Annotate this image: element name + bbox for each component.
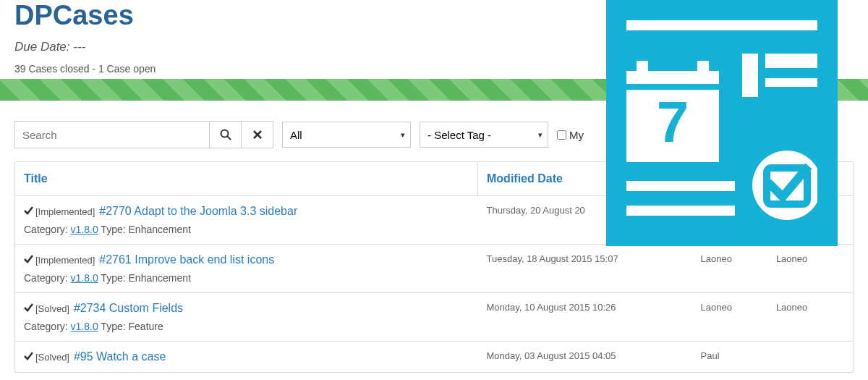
cell-responsible-2: Laoneo — [767, 245, 854, 293]
version-link[interactable]: v1.8.0 — [71, 321, 98, 332]
check-icon — [24, 206, 33, 217]
cell-title: [Solved] #95 Watch a case — [15, 342, 478, 373]
case-link[interactable]: #2734 Custom Fields — [74, 302, 183, 314]
check-icon — [24, 254, 33, 266]
version-link[interactable]: v1.8.0 — [71, 272, 98, 284]
case-meta: Category: v1.8.0 Type: Enhancement — [24, 224, 469, 235]
cell-responsible-1: Laoneo — [692, 245, 767, 293]
check-icon — [24, 351, 33, 363]
logo-overlay: 7 — [606, 0, 838, 246]
search-group — [14, 121, 273, 148]
cell-title: [Implemented] #2770 Adapt to the Joomla … — [15, 196, 478, 245]
case-link[interactable]: #2770 Adapt to the Joomla 3.3 sidebar — [99, 205, 297, 217]
tag-filter[interactable]: - Select Tag - — [420, 122, 548, 148]
svg-rect-11 — [765, 54, 817, 68]
cell-responsible-1: Paul — [692, 342, 767, 373]
table-row: [Solved] #95 Watch a caseMonday, 03 Augu… — [15, 342, 854, 373]
cell-responsible-2 — [767, 342, 854, 373]
cell-responsible-2: Laoneo — [767, 293, 854, 342]
svg-rect-7 — [626, 71, 719, 84]
svg-rect-4 — [626, 20, 817, 30]
case-meta: Category: v1.8.0 Type: Feature — [24, 321, 469, 332]
tag-filter-wrap: - Select Tag - — [420, 122, 548, 148]
svg-rect-13 — [626, 181, 735, 191]
svg-line-1 — [227, 137, 231, 140]
table-row: [Solved] #2734 Custom FieldsCategory: v1… — [15, 293, 854, 342]
my-filter[interactable]: My — [557, 129, 584, 141]
clear-search-button[interactable] — [241, 122, 273, 148]
cell-title: [Solved] #2734 Custom FieldsCategory: v1… — [15, 293, 478, 342]
status-filter-wrap: All — [282, 122, 411, 148]
status-tag: [Solved] — [35, 303, 69, 314]
cell-date: Tuesday, 18 August 2015 15:07 — [478, 245, 692, 293]
svg-point-0 — [221, 130, 228, 138]
cell-responsible-1: Laoneo — [692, 293, 767, 342]
table-row: [Implemented] #2761 Improve back end lis… — [15, 245, 854, 293]
svg-rect-14 — [626, 206, 735, 216]
column-title[interactable]: Title — [15, 162, 478, 196]
search-button[interactable] — [209, 122, 241, 148]
check-icon — [24, 303, 33, 314]
status-filter[interactable]: All — [282, 122, 411, 148]
cell-date: Monday, 10 August 2015 10:26 — [478, 293, 692, 342]
status-tag: [Solved] — [35, 352, 69, 363]
my-label: My — [569, 129, 584, 141]
my-checkbox[interactable] — [557, 130, 566, 140]
close-icon — [252, 130, 263, 140]
case-link[interactable]: #95 Watch a case — [74, 350, 166, 363]
svg-text:7: 7 — [657, 90, 689, 154]
case-link[interactable]: #2761 Improve back end list icons — [99, 253, 274, 266]
svg-rect-12 — [765, 78, 817, 87]
status-tag: [Implemented] — [35, 206, 95, 217]
version-link[interactable]: v1.8.0 — [71, 224, 98, 235]
cell-date: Monday, 03 August 2015 04:05 — [478, 342, 692, 373]
status-tag: [Implemented] — [35, 255, 95, 266]
svg-rect-10 — [742, 54, 758, 97]
search-icon — [220, 129, 231, 140]
search-input[interactable] — [15, 122, 209, 148]
cell-title: [Implemented] #2761 Improve back end lis… — [15, 245, 478, 293]
case-meta: Category: v1.8.0 Type: Enhancement — [24, 272, 469, 284]
